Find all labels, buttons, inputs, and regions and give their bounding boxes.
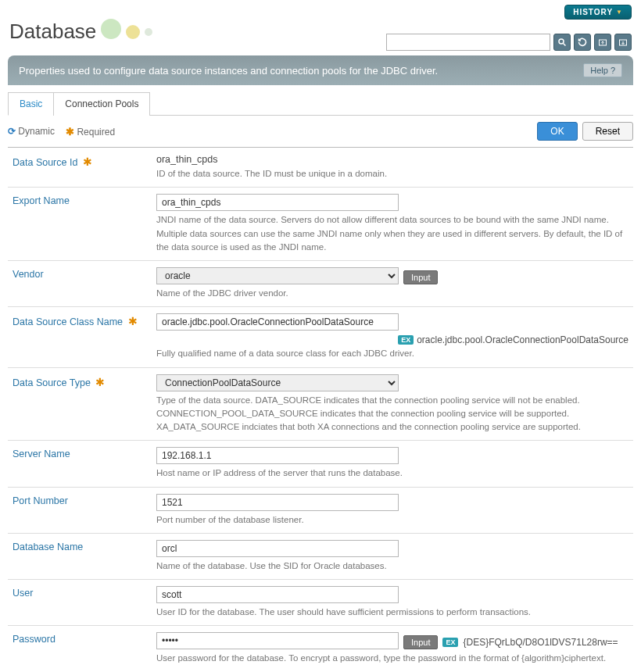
label-ds-type: Data Source Type: [13, 377, 91, 388]
svg-line-1: [564, 44, 566, 46]
dynamic-icon: ⟳: [8, 126, 16, 137]
desc-password: User password for the database. To encry…: [156, 652, 628, 665]
vendor-input-button[interactable]: Input: [403, 270, 438, 284]
port-number-input[interactable]: [156, 494, 399, 511]
ok-button[interactable]: OK: [537, 122, 577, 141]
example-text: oracle.jdbc.pool.OracleConnectionPoolDat…: [417, 334, 628, 345]
desc-server-name: Host name or IP address of the server th…: [156, 466, 628, 480]
decor-bubble: [101, 19, 121, 39]
refresh-icon[interactable]: [574, 34, 591, 51]
password-input-button[interactable]: Input: [403, 635, 438, 649]
xml-import-icon[interactable]: [614, 34, 632, 51]
database-name-input[interactable]: [156, 540, 399, 557]
page-title: Database: [9, 20, 96, 44]
user-input[interactable]: [156, 586, 399, 603]
label-user: User: [13, 588, 33, 599]
desc-vendor: Name of the JDBC driver vendor.: [156, 287, 628, 300]
decor-bubble: [145, 28, 152, 36]
label-database-name: Database Name: [13, 542, 83, 552]
reset-button[interactable]: Reset: [582, 122, 633, 141]
xml-export-icon[interactable]: [594, 34, 611, 51]
password-input[interactable]: [156, 632, 399, 649]
required-icon: ✱: [66, 126, 74, 138]
label-vendor: Vendor: [13, 269, 44, 280]
value-data-source-id: ora_thin_cpds: [156, 154, 628, 165]
page-description: Properties used to configure data source…: [19, 65, 438, 77]
search-icon[interactable]: [553, 34, 571, 51]
label-export-name: Export Name: [13, 195, 70, 206]
search-input[interactable]: [386, 34, 550, 51]
vendor-select[interactable]: oracle: [156, 267, 399, 284]
legend-required: ✱ Required: [66, 126, 115, 138]
chevron-down-icon: ▼: [616, 9, 623, 16]
decor-bubble: [126, 25, 140, 39]
desc-ds-class: Fully qualified name of a data source cl…: [156, 347, 628, 360]
server-name-input[interactable]: [156, 447, 399, 464]
example-badge: EX: [398, 335, 414, 345]
label-port-number: Port Number: [13, 495, 68, 506]
label-ds-class: Data Source Class Name: [13, 316, 123, 327]
label-password: Password: [13, 634, 56, 645]
required-icon: ✱: [83, 155, 92, 168]
desc-port-number: Port number of the database listener.: [156, 513, 628, 527]
example-text: {DES}FQrLbQ/D8O1lDVS71L28rw==: [463, 637, 618, 648]
ds-type-select[interactable]: ConnectionPoolDataSource: [156, 374, 399, 391]
label-server-name: Server Name: [13, 449, 70, 459]
ds-class-input[interactable]: [156, 313, 399, 331]
export-name-input[interactable]: [156, 194, 399, 211]
history-label: HISTORY: [573, 8, 613, 16]
desc-ds-type: Type of the data source. DATA_SOURCE ind…: [156, 394, 628, 434]
desc-user: User ID for the database. The user shoul…: [156, 606, 628, 619]
desc-database-name: Name of the database. Use the SID for Or…: [156, 559, 628, 573]
legend-dynamic: ⟳ Dynamic: [8, 126, 55, 138]
history-button[interactable]: HISTORY ▼: [564, 5, 632, 20]
required-icon: ✱: [95, 376, 105, 388]
label-data-source-id: Data Source Id: [13, 157, 77, 168]
tab-connection-pools[interactable]: Connection Pools: [53, 92, 150, 116]
example-badge: EX: [442, 638, 458, 647]
help-button[interactable]: Help ?: [583, 63, 622, 77]
svg-point-0: [559, 39, 564, 44]
desc-data-source-id: ID of the data source. The ID must be un…: [156, 167, 628, 181]
help-icon: ?: [611, 66, 615, 75]
desc-export-name: JNDI name of the data source. Servers do…: [156, 213, 628, 254]
required-icon: ✱: [128, 315, 138, 327]
tab-basic[interactable]: Basic: [8, 92, 54, 116]
